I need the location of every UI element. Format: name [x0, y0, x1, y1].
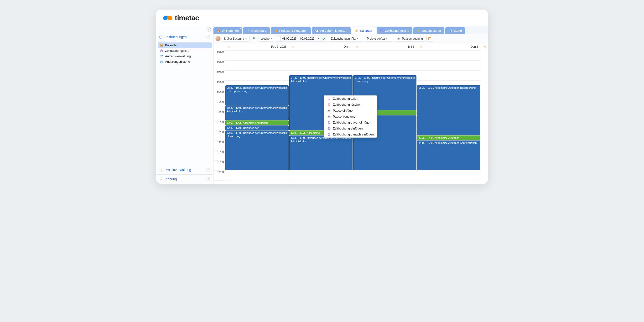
calendar-event[interactable]: 08:30 - 13:30 Allgemeine Aufgaben Bespre… [417, 86, 480, 135]
sidebar-section-title: Planung [164, 177, 177, 181]
day-column[interactable]: 08:30 - 10:30 Relaunch der Unternehmensw… [225, 50, 289, 184]
calendar-event[interactable]: 12:30 - 13:00 Relaunch der [226, 126, 288, 130]
sun-icon: ☀ [483, 45, 486, 49]
tab-kalender[interactable]: 3Kalender [352, 27, 376, 34]
coffee-icon: ☕ [397, 37, 400, 40]
tab-label: Zeitbuchungsliste [385, 29, 409, 32]
refresh-icon: ⟳ [322, 37, 325, 40]
calendar-settings-button[interactable] [426, 36, 433, 42]
chevron-down-icon: ▾ [386, 38, 387, 40]
context-menu-item[interactable]: Zeitbuchung danach einfügen [324, 132, 376, 138]
tab-label: Kalender [360, 29, 372, 32]
event-label: 14:00 - 17:00 Allgemeine Aufgaben Admini… [418, 142, 476, 144]
calendar-event[interactable]: 13:30 - 14:00 Allgemeine Aufgaben [417, 136, 480, 140]
calendar-event[interactable]: 14:00 - 17:00 Allgemeine Aufgaben Admini… [417, 140, 480, 170]
context-menu-item[interactable]: Zeitbuchung einfügen [324, 126, 376, 132]
sidebar-item-label: Kalender [165, 44, 178, 47]
time-column: 05:0006:0007:0008:0009:0010:0011:0012:00… [214, 50, 225, 184]
view-select[interactable]: Woche ▾ [258, 36, 274, 42]
history-icon [160, 60, 163, 64]
time-label: 17:00 [214, 170, 225, 180]
person-request-icon [160, 54, 163, 58]
sidebar-section-title: Projektverwaltung [164, 168, 191, 172]
coffee-icon: ☕ [327, 115, 331, 118]
tab-projekte-aufgaben[interactable]: Projekte & Aufgaben [271, 27, 311, 34]
calendar: ☀Feb 3, 2025☀Die 4☀Mit 5☀Don 6☀ 05:0006:… [214, 44, 488, 184]
refresh-button[interactable]: ⟳ [321, 36, 327, 42]
help-icon[interactable]: ? [206, 177, 210, 181]
event-label: 12:00 - 12:30 Allgemeine Aufgaben [227, 122, 268, 124]
time-label: 10:00 [214, 100, 225, 110]
sun-icon: ☀ [292, 45, 294, 49]
context-menu-item[interactable]: Zeitbuchung davor einfügen [324, 120, 376, 126]
calendar-event[interactable]: 10:30 - 12:00 Relaunch der Unternehmensw… [226, 106, 288, 120]
tab-urlaubsplaner[interactable]: ☀Urlaubsplaner [413, 27, 444, 34]
insert-after-icon [327, 133, 331, 136]
tab-label: Aufgaben: LiveStart [320, 29, 347, 32]
context-menu-item[interactable]: Zeitbuchung teilen [324, 96, 376, 102]
tab-zeitbuchungsliste[interactable]: Zeitbuchungsliste [376, 27, 412, 34]
close-icon[interactable]: × [240, 27, 242, 30]
help-icon[interactable]: ? [206, 35, 210, 39]
sidebar-section-planung[interactable]: Planung ? [156, 174, 213, 184]
day-label: Don 6 [470, 45, 478, 48]
filter-bookings-select[interactable]: Zeitbuchungen, Pla ▾ [329, 36, 363, 42]
home-icon [217, 29, 220, 32]
context-menu-label: Zeitbuchung davor einfügen [333, 121, 371, 124]
sidebar: ‹ Zeitbuchungen ? 3KalenderZeitbuchungsl… [156, 26, 214, 184]
svg-rect-14 [428, 38, 431, 40]
context-menu-item[interactable]: Zeitbuchung löschen [324, 102, 376, 108]
sidebar-item-kalender[interactable]: 3Kalender [158, 42, 212, 48]
calendar-small-icon: 3 [160, 44, 163, 47]
prev-arrow-icon[interactable]: ‹ [276, 36, 280, 41]
insert-before-icon [327, 121, 331, 124]
tab-stund[interactable]: Stund [445, 27, 465, 34]
event-label: 10:30 - 12:00 Relaunch der Unternehmensw… [227, 106, 287, 112]
svg-rect-13 [253, 38, 255, 40]
filter-select-value: Zeitbuchungen, Pla [331, 37, 356, 40]
date-to[interactable]: 09.02.2025 [298, 36, 316, 41]
day-column[interactable]: 08:30 - 13:30 Allgemeine Aufgaben Bespre… [417, 50, 480, 184]
chevron-down-icon: ▾ [271, 38, 272, 40]
context-menu-label: Zeitbuchung löschen [333, 103, 361, 106]
day-header: ☀Don 6 [417, 44, 480, 50]
date-from[interactable]: 03.02.2025 [280, 36, 298, 41]
tab-willkommen[interactable]: Willkommen× [214, 27, 242, 34]
sidebar-item-label: Zeitbuchungsliste [165, 49, 189, 52]
calendar-event[interactable]: 13:00 - 17:00 Relaunch der Unternehmensw… [226, 130, 288, 170]
context-menu-item[interactable]: ☕Pausenregelung [324, 114, 376, 120]
pause-rules-button[interactable]: ☕ Pausenregelung [395, 36, 425, 42]
sidebar-item-antragsverwaltung[interactable]: Antragsverwaltung [158, 54, 212, 59]
day-label: Die 4 [344, 45, 350, 48]
clock-icon [160, 49, 163, 52]
gauge-icon [246, 29, 250, 32]
user-select[interactable]: Müller Susanna ▾ [222, 36, 250, 42]
avatar[interactable] [216, 36, 221, 41]
sun-icon: ☀ [419, 45, 422, 49]
insert-icon [327, 127, 331, 130]
filter-select-value: Projekt, Aufga [367, 37, 385, 40]
context-menu-label: Zeitbuchung danach einfügen [333, 132, 374, 136]
calendar-event[interactable]: 12:00 - 12:30 Allgemeine Aufgaben [226, 120, 288, 125]
sidebar-section-zeitbuchungen[interactable]: Zeitbuchungen ? [156, 32, 213, 42]
context-menu-label: Pausenregelung [333, 115, 356, 118]
calendar-event[interactable]: 13:30 - 17:00 Relaunch der Unternehmensw… [289, 136, 352, 170]
next-arrow-icon[interactable]: › [316, 36, 321, 41]
tab-aufgaben-livestart[interactable]: Aufgaben: LiveStart [312, 27, 350, 34]
tab-label: Projekte & Aufgaben [279, 29, 308, 32]
unlock-icon[interactable] [251, 36, 257, 41]
sidebar-item--nderungshistorie[interactable]: Änderungshistorie [158, 59, 212, 64]
tab-dashboard[interactable]: Dashboard [243, 27, 270, 34]
time-label: 12:00 [214, 120, 225, 130]
filter-project-select[interactable]: Projekt, Aufga ▾ [365, 36, 393, 42]
svg-text:3: 3 [356, 30, 357, 32]
sidebar-item-zeitbuchungsliste[interactable]: Zeitbuchungsliste [158, 48, 212, 54]
time-label: 07:00 [214, 70, 225, 80]
context-menu-item[interactable]: ☕Pause einfügen [324, 108, 376, 114]
help-icon[interactable]: ? [206, 168, 210, 172]
brand-name: timetac [175, 14, 199, 22]
calendar-event[interactable]: 08:30 - 10:30 Relaunch der Unternehmensw… [226, 86, 288, 105]
collapse-sidebar-icon[interactable]: ‹ [206, 27, 211, 32]
sidebar-section-projektverwaltung[interactable]: Projektverwaltung ? [156, 165, 213, 174]
calendar-small-icon: 3 [355, 29, 358, 32]
